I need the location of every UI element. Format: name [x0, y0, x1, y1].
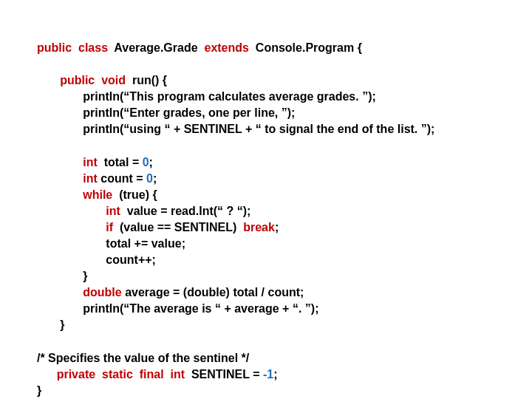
stmt: println(“This program calculates average…: [83, 90, 376, 103]
super-class: Console.Program {: [256, 41, 362, 54]
kw-int: int: [171, 368, 185, 381]
stmt: (true) {: [119, 188, 157, 201]
brace: }: [83, 270, 87, 282]
kw-if: if: [106, 221, 113, 233]
comment: /* Specifies the value of the sentinel *…: [37, 352, 249, 364]
brace: }: [37, 384, 41, 397]
num-literal: 0: [143, 156, 149, 168]
stmt: println(“The average is “ + average + “.…: [83, 302, 318, 315]
stmt: ;: [149, 156, 153, 168]
stmt: average = (double) total / count;: [125, 286, 304, 299]
kw-final: final: [140, 368, 164, 381]
kw-private: private: [57, 368, 95, 381]
stmt: ;: [275, 221, 279, 233]
kw-void: void: [101, 74, 126, 86]
num-literal: -1: [263, 368, 273, 381]
kw-public: public: [37, 41, 72, 54]
kw-break: break: [243, 221, 275, 233]
kw-static: static: [102, 368, 133, 381]
stmt: (value == SENTINEL): [120, 221, 240, 233]
stmt: total += value;: [106, 237, 185, 250]
stmt: SENTINEL =: [191, 368, 263, 381]
kw-extends: extends: [204, 41, 248, 54]
num-literal: 0: [146, 172, 153, 185]
class-name: Average.Grade: [114, 41, 197, 54]
kw-double: double: [83, 286, 125, 299]
stmt: count =: [100, 172, 146, 185]
stmt: value = read.Int(“ ? “);: [127, 205, 251, 217]
stmt: total =: [104, 156, 143, 168]
kw-while: while: [83, 188, 112, 201]
stmt: count++;: [106, 253, 156, 266]
kw-public: public: [60, 74, 95, 86]
stmt: println(“using “ + SENTINEL + “ to signa…: [83, 123, 434, 135]
stmt: ;: [153, 172, 157, 185]
brace: }: [60, 318, 64, 331]
kw-int: int: [106, 205, 120, 217]
code-slide: public class Average.Grade extends Conso…: [0, 0, 532, 399]
stmt: ;: [273, 368, 277, 381]
kw-int: int: [83, 172, 98, 185]
kw-int: int: [83, 156, 98, 168]
method-sig: run() {: [132, 74, 167, 86]
kw-class: class: [78, 41, 108, 54]
stmt: println(“Enter grades, one per line, ”);: [83, 106, 295, 119]
